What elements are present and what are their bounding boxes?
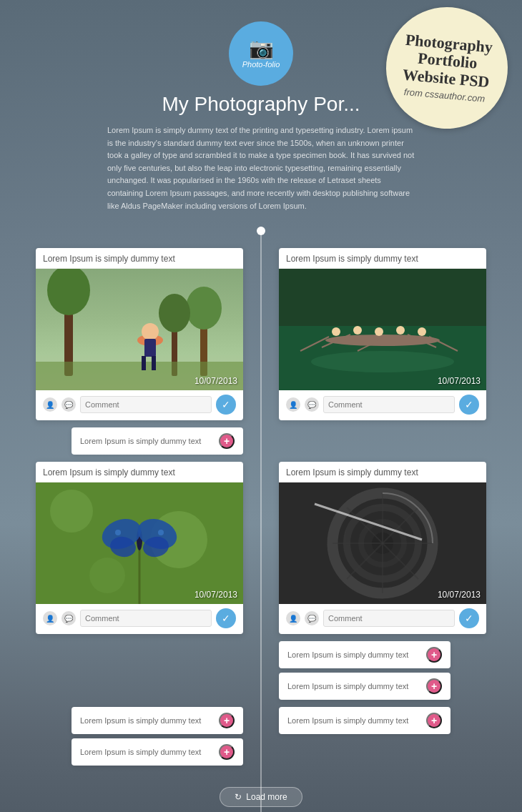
- small-item-3-plus-btn[interactable]: +: [426, 678, 442, 694]
- svg-point-5: [159, 294, 190, 332]
- card3-comment-input[interactable]: [80, 610, 212, 627]
- small-item-5: Lorem Ipsum is simply dummy text +: [279, 707, 450, 734]
- card4-date: 10/07/2013: [438, 590, 481, 600]
- butterfly-scene-svg: [36, 482, 243, 604]
- card2-photo: 10/07/2013: [279, 269, 486, 390]
- card4-photo: 10/07/2013: [279, 482, 486, 604]
- card2-title: Lorem Ipsum is simply dummy text: [279, 248, 486, 269]
- load-more-label: Load more: [246, 792, 287, 802]
- small-item-5-plus-btn[interactable]: +: [426, 713, 442, 728]
- timeline-row-2: Lorem Ipsum is simply dummy text: [0, 462, 522, 634]
- timeline-left-si1: Lorem Ipsum is simply dummy text +: [0, 427, 261, 455]
- timeline-left-si4: Lorem Ipsum is simply dummy text +: [0, 707, 261, 734]
- card3-photo: 10/07/2013: [36, 482, 243, 604]
- card1-title: Lorem Ipsum is simply dummy text: [36, 248, 243, 269]
- timeline-left-1: Lorem Ipsum is simply dummy text: [0, 248, 261, 420]
- logo-text: Photo-folio: [242, 60, 280, 69]
- arch-scene-svg: [279, 482, 486, 604]
- main-content: 📷 Photo-folio My Photography Por... Lore…: [0, 0, 522, 812]
- timeline-right-si2: Lorem Ipsum is simply dummy text +: [261, 641, 522, 668]
- small-item-3: Lorem Ipsum is simply dummy text +: [279, 673, 450, 700]
- small-item-2-plus-btn[interactable]: +: [426, 647, 442, 663]
- small-items-bottom: Lorem Ipsum is simply dummy text + Lorem…: [0, 707, 522, 766]
- small-item-6-plus-btn[interactable]: +: [219, 744, 235, 760]
- share-icon-2: 💬: [305, 397, 319, 412]
- timeline-right-si3: Lorem Ipsum is simply dummy text +: [261, 673, 522, 700]
- card3-date: 10/07/2013: [194, 590, 237, 600]
- avatar-icon-1: 👤: [43, 397, 57, 412]
- svg-point-17: [353, 326, 362, 335]
- card4-comment-input[interactable]: [323, 610, 455, 627]
- share-icon-4: 💬: [305, 611, 319, 625]
- small-item-6: Lorem Ipsum is simply dummy text +: [72, 738, 243, 766]
- svg-point-1: [47, 269, 90, 315]
- card1-footer: 👤 💬 ✓: [36, 390, 243, 420]
- card3-image-container: 10/07/2013: [36, 482, 243, 604]
- load-more-container: ↻ Load more: [0, 773, 522, 812]
- svg-point-37: [158, 530, 164, 535]
- card2-footer: 👤 💬 ✓: [279, 390, 486, 420]
- small-item-6-text: Lorem Ipsum is simply dummy text: [80, 748, 219, 756]
- svg-point-18: [375, 327, 383, 336]
- badge-line1: Photography Portfolio Website PSD: [402, 31, 493, 91]
- small-item-2: Lorem Ipsum is simply dummy text +: [279, 641, 450, 668]
- svg-point-16: [332, 327, 340, 336]
- small-item-1-plus-btn[interactable]: +: [219, 433, 235, 449]
- timeline-section: Lorem Ipsum is simply dummy text: [0, 227, 522, 812]
- share-icon-3: 💬: [61, 611, 76, 625]
- child-scene-svg: [36, 269, 243, 390]
- svg-rect-10: [142, 356, 146, 370]
- small-item-5-text: Lorem Ipsum is simply dummy text: [287, 716, 426, 725]
- small-item-4: Lorem Ipsum is simply dummy text +: [72, 707, 243, 734]
- avatar-icon-4: 👤: [286, 611, 300, 625]
- card1-submit-btn[interactable]: ✓: [216, 395, 236, 415]
- card1-photo: 10/07/2013: [36, 269, 243, 390]
- card3-title: Lorem Ipsum is simply dummy text: [36, 462, 243, 482]
- photo-card-1: Lorem Ipsum is simply dummy text: [36, 248, 243, 420]
- load-more-button[interactable]: ↻ Load more: [220, 787, 302, 807]
- avatar-icon-3: 👤: [43, 611, 57, 625]
- card3-submit-btn[interactable]: ✓: [216, 608, 236, 628]
- card2-date: 10/07/2013: [438, 376, 481, 386]
- svg-point-15: [325, 335, 440, 346]
- load-more-icon: ↻: [235, 792, 242, 802]
- small-item-4-text: Lorem Ipsum is simply dummy text: [80, 716, 219, 725]
- svg-point-36: [115, 530, 121, 535]
- camera-icon: 📷: [249, 39, 274, 59]
- small-item-2-text: Lorem Ipsum is simply dummy text: [287, 650, 426, 659]
- timeline-right-2: Lorem Ipsum is simply dummy text: [261, 462, 522, 634]
- card4-footer: 👤 💬 ✓: [279, 604, 486, 634]
- card1-comment-input[interactable]: [80, 396, 212, 413]
- avatar-icon-2: 👤: [286, 397, 300, 412]
- card2-comment-input[interactable]: [323, 396, 455, 413]
- svg-point-19: [396, 326, 405, 335]
- timeline-left-2: Lorem Ipsum is simply dummy text: [0, 462, 261, 634]
- share-icon-1: 💬: [61, 397, 76, 412]
- photo-card-3: Lorem Ipsum is simply dummy text: [36, 462, 243, 634]
- small-item-1: Lorem Ipsum is simply dummy text +: [72, 427, 243, 455]
- card2-submit-btn[interactable]: ✓: [459, 395, 479, 415]
- photo-card-2: Lorem Ipsum is simply dummy text: [279, 248, 486, 420]
- card4-title: Lorem Ipsum is simply dummy text: [279, 462, 486, 482]
- timeline-right-si5: Lorem Ipsum is simply dummy text +: [261, 707, 522, 734]
- card1-image-container: 10/07/2013: [36, 269, 243, 390]
- site-description: Lorem Ipsum is simply dummy text of the …: [107, 124, 415, 212]
- small-items-group: Lorem Ipsum is simply dummy text + Lorem…: [0, 641, 522, 700]
- photo-card-4: Lorem Ipsum is simply dummy text: [279, 462, 486, 634]
- card2-image-container: 10/07/2013: [279, 269, 486, 390]
- small-item-1-text: Lorem Ipsum is simply dummy text: [80, 437, 219, 445]
- svg-point-3: [186, 287, 222, 330]
- timeline-right-1: Lorem Ipsum is simply dummy text: [261, 248, 522, 420]
- svg-point-29: [89, 558, 125, 593]
- card1-date: 10/07/2013: [194, 376, 237, 386]
- small-item-row-1: Lorem Ipsum is simply dummy text +: [0, 427, 522, 455]
- small-item-4-plus-btn[interactable]: +: [219, 713, 235, 728]
- card4-submit-btn[interactable]: ✓: [459, 608, 479, 628]
- logo: 📷 Photo-folio: [229, 21, 293, 86]
- svg-rect-9: [144, 339, 156, 357]
- card3-footer: 👤 💬 ✓: [36, 604, 243, 634]
- svg-rect-11: [152, 356, 156, 370]
- svg-point-20: [418, 327, 426, 336]
- card4-image-container: 10/07/2013: [279, 482, 486, 604]
- svg-point-14: [311, 351, 454, 372]
